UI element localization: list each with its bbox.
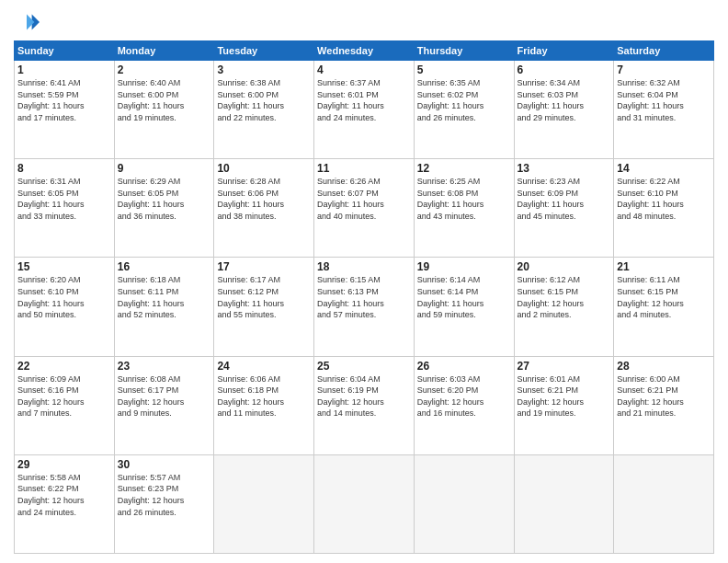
calendar-week-row: 15Sunrise: 6:20 AMSunset: 6:10 PMDayligh… [15, 258, 714, 356]
calendar-day-cell: 23Sunrise: 6:08 AMSunset: 6:17 PMDayligh… [114, 356, 214, 454]
calendar-week-row: 1Sunrise: 6:41 AMSunset: 5:59 PMDaylight… [15, 61, 714, 159]
col-friday: Friday [514, 41, 614, 61]
day-number: 15 [17, 260, 111, 273]
logo [14, 9, 43, 35]
calendar-day-cell: 25Sunrise: 6:04 AMSunset: 6:19 PMDayligh… [314, 356, 415, 454]
calendar-header-row: Sunday Monday Tuesday Wednesday Thursday… [15, 41, 714, 61]
day-info: Sunrise: 6:14 AMSunset: 6:14 PMDaylight:… [417, 274, 511, 320]
calendar-day-cell: 1Sunrise: 6:41 AMSunset: 5:59 PMDaylight… [15, 61, 115, 159]
calendar-week-row: 22Sunrise: 6:09 AMSunset: 6:16 PMDayligh… [15, 356, 714, 454]
day-number: 25 [317, 360, 411, 373]
calendar-day-cell: 18Sunrise: 6:15 AMSunset: 6:13 PMDayligh… [314, 258, 415, 356]
day-number: 2 [118, 63, 211, 76]
calendar-day-cell: 16Sunrise: 6:18 AMSunset: 6:11 PMDayligh… [114, 258, 214, 356]
day-info: Sunrise: 6:18 AMSunset: 6:11 PMDaylight:… [118, 274, 211, 320]
calendar-day-cell: 2Sunrise: 6:40 AMSunset: 6:00 PMDaylight… [114, 61, 214, 159]
calendar-day-cell: 22Sunrise: 6:09 AMSunset: 6:16 PMDayligh… [15, 356, 115, 454]
day-number: 26 [417, 360, 511, 373]
day-info: Sunrise: 6:31 AMSunset: 6:05 PMDaylight:… [17, 176, 111, 222]
day-info: Sunrise: 6:06 AMSunset: 6:18 PMDaylight:… [217, 373, 311, 419]
col-monday: Monday [114, 41, 214, 61]
calendar-day-cell: 7Sunrise: 6:32 AMSunset: 6:04 PMDaylight… [614, 61, 714, 159]
calendar-table: Sunday Monday Tuesday Wednesday Thursday… [14, 40, 714, 554]
calendar-day-cell: 13Sunrise: 6:23 AMSunset: 6:09 PMDayligh… [514, 159, 614, 258]
day-info: Sunrise: 6:41 AMSunset: 5:59 PMDaylight:… [17, 77, 111, 123]
calendar-day-cell: 10Sunrise: 6:28 AMSunset: 6:06 PMDayligh… [214, 159, 314, 258]
calendar-day-cell: 12Sunrise: 6:25 AMSunset: 6:08 PMDayligh… [414, 159, 514, 258]
calendar-day-cell [414, 454, 514, 553]
day-info: Sunrise: 6:20 AMSunset: 6:10 PMDaylight:… [17, 274, 111, 320]
day-number: 20 [518, 260, 611, 273]
day-number: 22 [17, 360, 111, 373]
col-sunday: Sunday [15, 41, 115, 61]
day-number: 7 [617, 63, 711, 76]
day-number: 19 [417, 260, 511, 273]
day-number: 29 [17, 458, 111, 471]
day-number: 9 [118, 162, 211, 175]
day-number: 6 [518, 63, 611, 76]
day-info: Sunrise: 6:00 AMSunset: 6:21 PMDaylight:… [617, 373, 711, 419]
day-info: Sunrise: 6:17 AMSunset: 6:12 PMDaylight:… [217, 274, 311, 320]
day-number: 1 [17, 63, 111, 76]
day-info: Sunrise: 6:40 AMSunset: 6:00 PMDaylight:… [118, 77, 211, 123]
day-number: 5 [417, 63, 511, 76]
day-number: 21 [617, 260, 711, 273]
calendar-day-cell: 28Sunrise: 6:00 AMSunset: 6:21 PMDayligh… [614, 356, 714, 454]
day-info: Sunrise: 6:25 AMSunset: 6:08 PMDaylight:… [417, 176, 511, 222]
day-info: Sunrise: 6:01 AMSunset: 6:21 PMDaylight:… [518, 373, 611, 419]
calendar-day-cell: 30Sunrise: 5:57 AMSunset: 6:23 PMDayligh… [114, 454, 214, 553]
day-info: Sunrise: 6:38 AMSunset: 6:00 PMDaylight:… [217, 77, 311, 123]
day-info: Sunrise: 6:26 AMSunset: 6:07 PMDaylight:… [317, 176, 411, 222]
day-number: 4 [317, 63, 411, 76]
col-saturday: Saturday [614, 41, 714, 61]
calendar-day-cell [214, 454, 314, 553]
calendar-day-cell: 20Sunrise: 6:12 AMSunset: 6:15 PMDayligh… [514, 258, 614, 356]
col-thursday: Thursday [414, 41, 514, 61]
day-number: 27 [518, 360, 611, 373]
day-info: Sunrise: 6:32 AMSunset: 6:04 PMDaylight:… [617, 77, 711, 123]
day-info: Sunrise: 6:34 AMSunset: 6:03 PMDaylight:… [518, 77, 611, 123]
calendar-day-cell: 21Sunrise: 6:11 AMSunset: 6:15 PMDayligh… [614, 258, 714, 356]
col-wednesday: Wednesday [314, 41, 415, 61]
calendar-day-cell: 5Sunrise: 6:35 AMSunset: 6:02 PMDaylight… [414, 61, 514, 159]
day-number: 14 [617, 162, 711, 175]
day-info: Sunrise: 6:04 AMSunset: 6:19 PMDaylight:… [317, 373, 411, 419]
calendar-day-cell: 8Sunrise: 6:31 AMSunset: 6:05 PMDaylight… [15, 159, 115, 258]
day-number: 13 [518, 162, 611, 175]
calendar-day-cell: 19Sunrise: 6:14 AMSunset: 6:14 PMDayligh… [414, 258, 514, 356]
day-info: Sunrise: 6:11 AMSunset: 6:15 PMDaylight:… [617, 274, 711, 320]
day-info: Sunrise: 6:15 AMSunset: 6:13 PMDaylight:… [317, 274, 411, 320]
calendar-day-cell: 6Sunrise: 6:34 AMSunset: 6:03 PMDaylight… [514, 61, 614, 159]
calendar-day-cell: 17Sunrise: 6:17 AMSunset: 6:12 PMDayligh… [214, 258, 314, 356]
calendar-day-cell: 27Sunrise: 6:01 AMSunset: 6:21 PMDayligh… [514, 356, 614, 454]
day-number: 3 [217, 63, 311, 76]
calendar-day-cell: 3Sunrise: 6:38 AMSunset: 6:00 PMDaylight… [214, 61, 314, 159]
day-info: Sunrise: 5:58 AMSunset: 6:22 PMDaylight:… [17, 472, 111, 518]
day-info: Sunrise: 5:57 AMSunset: 6:23 PMDaylight:… [118, 472, 211, 518]
calendar-day-cell: 11Sunrise: 6:26 AMSunset: 6:07 PMDayligh… [314, 159, 415, 258]
day-info: Sunrise: 6:03 AMSunset: 6:20 PMDaylight:… [417, 373, 511, 419]
day-number: 18 [317, 260, 411, 273]
calendar-day-cell [314, 454, 415, 553]
calendar-day-cell: 24Sunrise: 6:06 AMSunset: 6:18 PMDayligh… [214, 356, 314, 454]
day-number: 24 [217, 360, 311, 373]
day-number: 23 [118, 360, 211, 373]
day-number: 12 [417, 162, 511, 175]
day-info: Sunrise: 6:28 AMSunset: 6:06 PMDaylight:… [217, 176, 311, 222]
day-info: Sunrise: 6:12 AMSunset: 6:15 PMDaylight:… [518, 274, 611, 320]
calendar-day-cell: 9Sunrise: 6:29 AMSunset: 6:05 PMDaylight… [114, 159, 214, 258]
day-info: Sunrise: 6:23 AMSunset: 6:09 PMDaylight:… [518, 176, 611, 222]
day-info: Sunrise: 6:08 AMSunset: 6:17 PMDaylight:… [118, 373, 211, 419]
calendar-day-cell [614, 454, 714, 553]
day-info: Sunrise: 6:35 AMSunset: 6:02 PMDaylight:… [417, 77, 511, 123]
day-info: Sunrise: 6:09 AMSunset: 6:16 PMDaylight:… [17, 373, 111, 419]
day-number: 16 [118, 260, 211, 273]
calendar-day-cell: 26Sunrise: 6:03 AMSunset: 6:20 PMDayligh… [414, 356, 514, 454]
calendar-day-cell: 4Sunrise: 6:37 AMSunset: 6:01 PMDaylight… [314, 61, 415, 159]
day-number: 28 [617, 360, 711, 373]
day-info: Sunrise: 6:22 AMSunset: 6:10 PMDaylight:… [617, 176, 711, 222]
logo-icon [14, 9, 40, 35]
calendar-day-cell: 15Sunrise: 6:20 AMSunset: 6:10 PMDayligh… [15, 258, 115, 356]
calendar-week-row: 8Sunrise: 6:31 AMSunset: 6:05 PMDaylight… [15, 159, 714, 258]
day-info: Sunrise: 6:37 AMSunset: 6:01 PMDaylight:… [317, 77, 411, 123]
